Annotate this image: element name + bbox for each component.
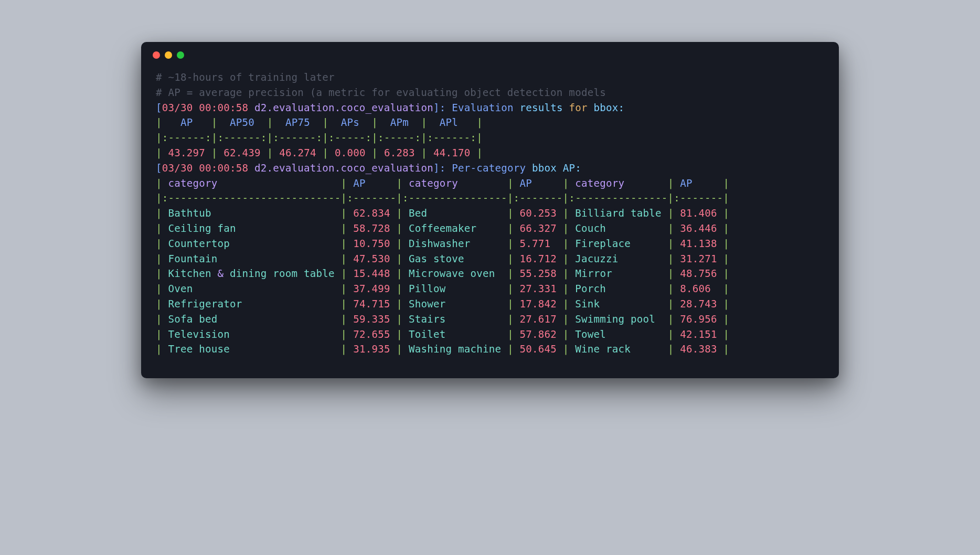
maximize-icon[interactable] <box>177 51 184 59</box>
terminal-output: # ~18-hours of training later # AP = ave… <box>141 63 839 378</box>
close-icon[interactable] <box>153 51 160 59</box>
minimize-icon[interactable] <box>165 51 172 59</box>
title-bar <box>141 42 839 63</box>
terminal-window: # ~18-hours of training later # AP = ave… <box>141 42 839 378</box>
